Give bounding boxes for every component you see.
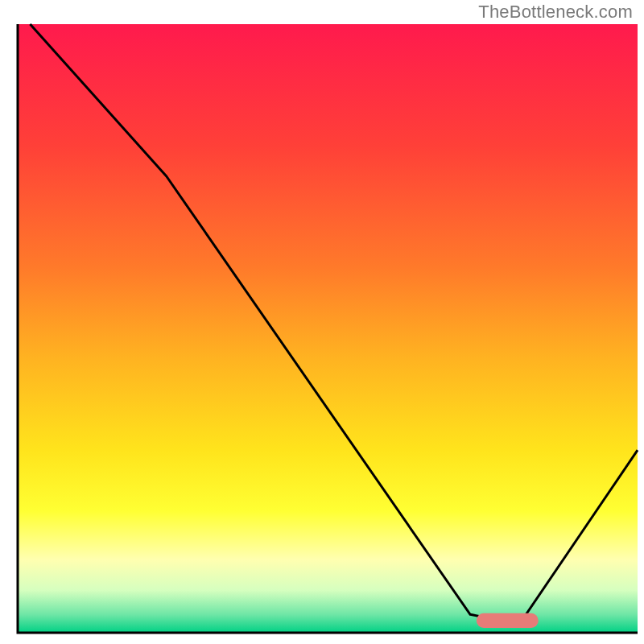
chart-container: TheBottleneck.com: [0, 0, 644, 644]
optimal-range: [477, 613, 539, 628]
plot-area: [18, 24, 638, 633]
bottleneck-chart: [0, 0, 644, 644]
